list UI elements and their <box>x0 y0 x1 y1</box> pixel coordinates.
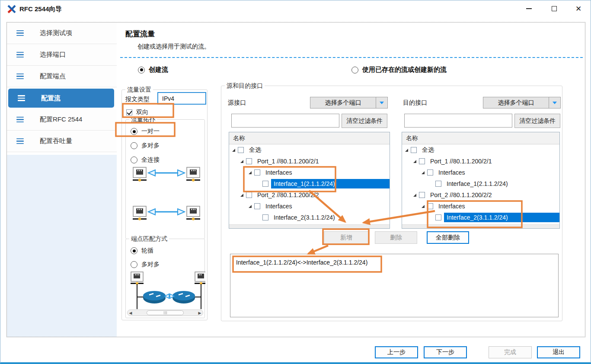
radio-icon <box>131 261 137 268</box>
tree-node-port2[interactable]: Port_2 //80.1.1.200/2/2 <box>229 189 390 201</box>
chevron-down-icon <box>380 102 384 104</box>
exit-button[interactable]: 退出 <box>537 346 580 358</box>
checkbox-icon[interactable] <box>427 203 433 209</box>
minimize-button[interactable] <box>519 0 539 17</box>
tree-node-interface1[interactable]: Interface_1(2.1.1.2/24) <box>402 178 559 189</box>
checkbox-icon[interactable] <box>262 214 268 220</box>
scrollbar-thumb[interactable] <box>147 310 184 315</box>
expand-triangle-icon[interactable] <box>249 171 252 174</box>
radio-one-to-one[interactable]: 一对一 <box>131 128 160 135</box>
checkbox-icon[interactable] <box>427 169 433 176</box>
destination-clear-filter-button[interactable]: 清空过滤条件 <box>514 114 560 128</box>
expand-triangle-icon[interactable] <box>413 194 416 197</box>
maximize-button[interactable] <box>544 0 564 17</box>
expand-triangle-icon[interactable] <box>249 205 252 208</box>
horizontal-scrollbar[interactable]: ◀ ▶ <box>127 310 203 316</box>
source-clear-filter-button[interactable]: 清空过滤条件 <box>342 114 387 128</box>
tree-scrollbar[interactable] <box>402 224 559 228</box>
finish-button[interactable]: 完成 <box>489 346 532 358</box>
tree-node-interfaces[interactable]: Interfaces <box>229 167 390 178</box>
expand-triangle-icon[interactable] <box>240 160 243 163</box>
delete-all-button[interactable]: 全部删除 <box>427 231 469 244</box>
radio-round-robin[interactable]: 轮循 <box>131 247 153 255</box>
add-button[interactable]: 新增 <box>324 231 369 244</box>
tree-node-label: Interfaces <box>263 168 294 177</box>
topology-diagram-pair1 <box>132 166 201 187</box>
tree-node-interfaces[interactable]: Interfaces <box>229 201 390 212</box>
source-select-ports-button[interactable]: 选择多个端口 <box>310 97 376 109</box>
minimize-icon <box>526 8 532 9</box>
tree-node-label: Interface_1(2.1.1.2/24) <box>444 179 511 188</box>
checkbox-icon[interactable] <box>246 192 252 198</box>
radio-full-mesh[interactable]: 全连接 <box>131 156 160 164</box>
scroll-left-icon[interactable]: ◀ <box>128 311 134 315</box>
checkbox-icon[interactable] <box>238 147 244 153</box>
checkbox-icon[interactable] <box>411 147 417 153</box>
source-select-ports-dropdown[interactable] <box>376 97 388 109</box>
router-icon <box>143 291 166 303</box>
source-filter-input[interactable] <box>231 114 339 128</box>
radio-create-flow[interactable]: 创建流 <box>138 66 168 74</box>
expand-triangle-icon[interactable] <box>232 149 235 152</box>
radio-icon <box>131 142 137 149</box>
tree-node-label: Interface_2(3.1.1.2/24) <box>271 213 338 222</box>
group-legend: 源和目的接口 <box>225 82 265 90</box>
sidebar-item-config-endpoint[interactable]: 配置端点 <box>7 66 117 87</box>
expand-triangle-icon[interactable] <box>240 194 243 197</box>
scrollbar-track[interactable] <box>134 310 197 316</box>
step-icon <box>18 95 25 101</box>
tree-node-interface1-selected[interactable]: Interface_1(2.1.1.2/24) <box>229 178 390 189</box>
tree-node-port1[interactable]: Port_1 //80.1.1.200/2/1 <box>402 156 559 167</box>
checkbox-icon[interactable] <box>254 169 260 176</box>
tree-node-interface2[interactable]: Interface_2(3.1.1.2/24) <box>229 212 390 223</box>
flow-list-item[interactable]: Interface_1(2.1.1.2/24)<->Interface_2(3.… <box>230 254 558 266</box>
radio-icon <box>351 67 358 73</box>
sidebar-item-select-port[interactable]: 选择端口 <box>7 44 117 66</box>
checkbox-icon[interactable] <box>419 192 425 198</box>
destination-select-ports-button[interactable]: 选择多个端口 <box>483 97 549 109</box>
previous-step-button[interactable]: 上一步 <box>375 346 418 358</box>
expand-triangle-icon[interactable] <box>422 171 425 174</box>
radio-many-to-many[interactable]: 多对多 <box>131 142 160 150</box>
rfc2544-wizard-window: RFC 2544向导 ✕ 选择测试项 选择端口 配置端点 配置流 配置RFC 2… <box>0 0 591 364</box>
expand-triangle-icon[interactable] <box>413 160 416 163</box>
tree-scrollbar[interactable] <box>229 224 390 228</box>
step-icon <box>16 30 24 36</box>
tree-node-port1[interactable]: Port_1 //80.1.1.200/2/1 <box>229 156 390 167</box>
tree-node-interfaces[interactable]: Interfaces <box>402 201 559 212</box>
next-step-button[interactable]: 下一步 <box>424 346 467 358</box>
tree-node-port2[interactable]: Port_2 //80.1.1.200/2/2 <box>402 189 559 201</box>
src-dst-interfaces-group: 源和目的接口 源接口 选择多个端口 清空过滤条件 名称 全选 Port_1 //… <box>221 86 562 321</box>
radio-use-existing-flow[interactable]: 使用已存在的流或创建新的流 <box>351 66 447 74</box>
delete-button[interactable]: 删除 <box>375 231 417 244</box>
radio-many-to-many-endpoint[interactable]: 多对多 <box>131 261 160 268</box>
title-bar: RFC 2544向导 ✕ <box>0 0 591 18</box>
checkbox-icon[interactable] <box>435 181 441 187</box>
tree-node-interface2-selected[interactable]: Interface_2(3.1.1.2/24) <box>402 212 559 223</box>
bidirectional-checkbox[interactable]: 双向 <box>126 109 148 116</box>
checkbox-icon[interactable] <box>246 158 252 164</box>
tree-node-select-all[interactable]: 全选 <box>402 144 559 156</box>
checkbox-icon[interactable] <box>254 203 260 209</box>
tree-node-interfaces[interactable]: Interfaces <box>402 167 559 178</box>
radio-label: 多对多 <box>141 142 160 150</box>
tree-node-select-all[interactable]: 全选 <box>229 144 390 156</box>
sidebar-item-config-throughput[interactable]: 配置吞吐量 <box>7 131 117 152</box>
checkbox-icon[interactable] <box>262 181 268 187</box>
flow-list[interactable]: Interface_1(2.1.1.2/24)<->Interface_2(3.… <box>230 254 559 317</box>
packet-type-combobox[interactable]: IPv4 <box>157 92 206 105</box>
expand-triangle-icon[interactable] <box>422 205 425 208</box>
close-button[interactable]: ✕ <box>569 0 588 17</box>
checkbox-icon[interactable] <box>419 158 425 164</box>
tree-column-header: 名称 <box>402 132 559 144</box>
destination-filter-input[interactable] <box>404 114 512 128</box>
checkbox-icon[interactable] <box>435 214 441 220</box>
sidebar-item-label: 选择测试项 <box>40 29 72 37</box>
destination-select-ports-dropdown[interactable] <box>549 97 561 109</box>
scroll-right-icon[interactable]: ▶ <box>197 311 203 315</box>
tree-node-label: Interfaces <box>436 201 467 211</box>
sidebar-item-select-test[interactable]: 选择测试项 <box>7 22 117 44</box>
sidebar-item-config-flow-active[interactable]: 配置流 <box>8 89 114 108</box>
sidebar-item-config-rfc2544[interactable]: 配置RFC 2544 <box>7 109 117 131</box>
expand-triangle-icon[interactable] <box>405 149 408 152</box>
